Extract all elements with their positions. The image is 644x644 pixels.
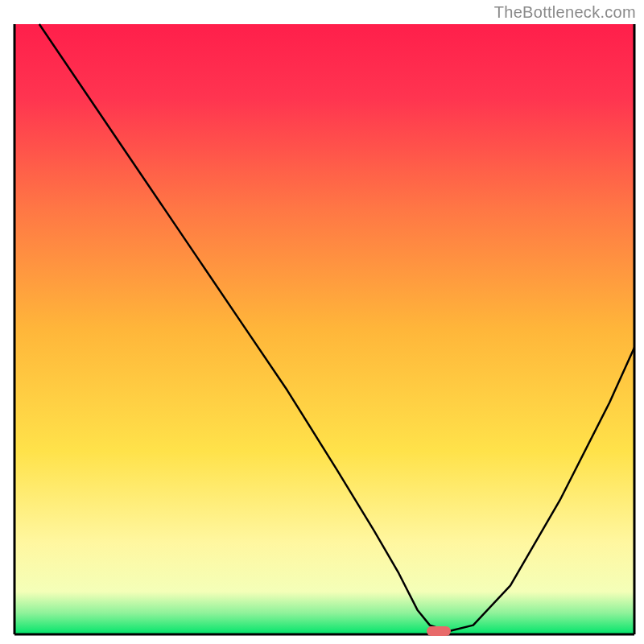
- optimal-point-marker: [427, 626, 451, 636]
- chart-container: TheBottleneck.com: [0, 0, 644, 644]
- plot-area: [14, 24, 634, 636]
- bottleneck-chart: [0, 0, 644, 644]
- gradient-background: [14, 24, 634, 634]
- watermark-text: TheBottleneck.com: [494, 3, 636, 22]
